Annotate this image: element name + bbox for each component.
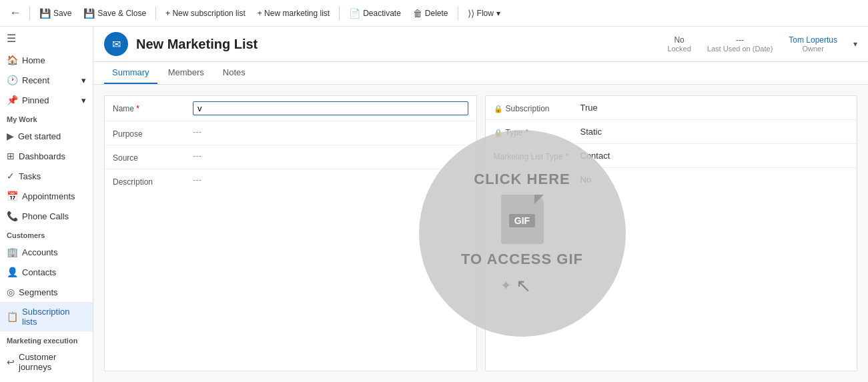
new-marketing-button[interactable]: + New marketing list [252,6,335,21]
purpose-value: --- [193,127,468,137]
locked-label: Locked [667,45,691,53]
accounts-icon: 🏢 [7,247,18,257]
sidebar-item-accounts[interactable]: 🏢 Accounts [0,242,93,262]
gif-cursor-area: ✦ ↖ [500,275,544,297]
subscription-label: 🔒 Subscription [494,101,580,113]
marketing-list-type-value: Contact [580,149,849,161]
page-icon-symbol: ✉ [112,38,121,51]
get-started-icon: ▶ [7,131,14,141]
source-value: --- [193,151,468,161]
sidebar-item-appointments[interactable]: 📅 Appointments [0,186,93,206]
deactivate-label: Deactivate [363,9,401,18]
main-layout: ☰ 🏠 Home 🕐 Recent ▾ 📌 Pinned ▾ My Work ▶… [0,27,868,382]
name-value [193,101,468,115]
sidebar-item-customer-journeys[interactable]: ↩ Customer journeys [0,347,93,377]
content-area: ✉ New Marketing List No Locked --- Last … [93,27,868,382]
owner-meta: Tom Lopertus Owner [789,35,837,53]
delete-label: Delete [425,9,448,18]
gif-click-text: CLICK HERE [474,171,570,188]
save-close-button[interactable]: 💾 Save & Close [78,5,151,21]
sidebar-item-recent[interactable]: 🕐 Recent ▾ [0,70,93,90]
new-subscription-label: + New subscription list [165,9,246,18]
save-button[interactable]: 💾 Save [34,5,77,21]
sidebar-item-home[interactable]: 🏠 Home [0,50,93,70]
name-input[interactable] [193,101,468,115]
owner-name[interactable]: Tom Lopertus [789,35,837,45]
form-row-name: Name [105,96,476,121]
phone-calls-label: Phone Calls [22,211,69,221]
get-started-label: Get started [18,131,61,141]
phone-calls-icon: 📞 [7,211,18,221]
new-marketing-label: + New marketing list [258,9,330,18]
owner-label: Owner [802,45,823,53]
tab-summary[interactable]: Summary [104,62,157,84]
back-button[interactable]: ← [5,3,25,23]
flow-icon: ⟩⟩ [468,8,474,19]
subscription-lists-label: Subscription lists [22,307,86,327]
contacts-icon: 👤 [7,267,18,277]
customer-journeys-icon: ↩ [7,357,15,367]
recent-icon: 🕐 [7,75,18,85]
pinned-icon: 📌 [7,95,18,105]
flow-label: Flow [477,9,494,18]
contacts-label: Contacts [22,267,56,277]
gif-access-text: TO ACCESS GIF [461,251,583,268]
subscription-lists-icon: 📋 [7,311,18,322]
new-subscription-button[interactable]: + New subscription list [160,6,251,21]
tasks-label: Tasks [19,171,41,181]
sidebar-item-dashboards[interactable]: ⊞ Dashboards [0,146,93,166]
appointments-label: Appointments [22,191,75,201]
gif-file-icon: GIF [501,195,544,244]
page-icon: ✉ [104,32,128,56]
marketing-execution-section: Marketing execution [0,331,93,347]
cursor-icon: ↖ [516,275,531,297]
save-icon: 💾 [39,8,51,19]
dashboards-icon: ⊞ [7,151,15,161]
customers-section: Customers [0,226,93,242]
delete-button[interactable]: 🗑 Delete [408,5,454,21]
form-area: Name Purpose --- Source --- Description … [93,85,868,382]
page-title: New Marketing List [136,37,659,52]
dashboards-label: Dashboards [19,151,65,161]
tab-members[interactable]: Members [160,62,212,84]
toolbar: ← 💾 Save 💾 Save & Close + New subscripti… [0,0,868,27]
sidebar-item-contacts[interactable]: 👤 Contacts [0,262,93,282]
save-label: Save [53,9,71,18]
gif-label: GIF [509,214,535,227]
pinned-chevron-icon: ▾ [81,95,86,105]
segments-label: Segments [19,287,58,297]
subscription-value: True [580,101,849,113]
sidebar-home-label: Home [22,55,45,65]
toolbar-separator-1 [29,7,30,20]
sidebar-recent-label: Recent [22,75,49,85]
sidebar-item-subscription-lists[interactable]: 📋 Subscription lists [0,302,93,331]
hamburger-icon[interactable]: ☰ [0,27,93,50]
meta-chevron-icon[interactable]: ▾ [853,39,857,49]
sparkle-icon: ✦ [500,277,512,293]
my-work-section: My Work [0,110,93,126]
sidebar-item-phone-calls[interactable]: 📞 Phone Calls [0,206,93,226]
last-used-label: Last Used on (Date) [707,45,773,53]
form-row-purpose: Purpose --- [105,121,476,145]
sidebar-item-segments[interactable]: ◎ Segments [0,282,93,302]
sidebar-item-marketing-emails[interactable]: ✉ Marketing emails [0,377,93,382]
sidebar-item-tasks[interactable]: ✓ Tasks [0,166,93,186]
toolbar-separator-4 [458,7,458,20]
source-label: Source [113,151,193,163]
toolbar-separator-3 [339,7,340,20]
sidebar-item-get-started[interactable]: ▶ Get started [0,126,93,146]
deactivate-icon: 📄 [349,8,360,19]
form-row-source: Source --- [105,145,476,169]
flow-button[interactable]: ⟩⟩ Flow ▾ [462,5,506,21]
locked-value: No [674,35,684,45]
page-header: ✉ New Marketing List No Locked --- Last … [93,27,868,62]
sidebar-item-pinned[interactable]: 📌 Pinned ▾ [0,90,93,110]
deactivate-button[interactable]: 📄 Deactivate [344,5,406,21]
flow-arrow-icon: ▾ [496,9,500,18]
last-used-value: --- [736,35,744,45]
gif-overlay[interactable]: CLICK HERE GIF TO ACCESS GIF ✦ ↖ [419,130,626,337]
home-icon: 🏠 [7,55,18,65]
page-header-meta: No Locked --- Last Used on (Date) Tom Lo… [667,35,857,53]
tab-notes[interactable]: Notes [215,62,254,84]
segments-icon: ◎ [7,287,15,297]
